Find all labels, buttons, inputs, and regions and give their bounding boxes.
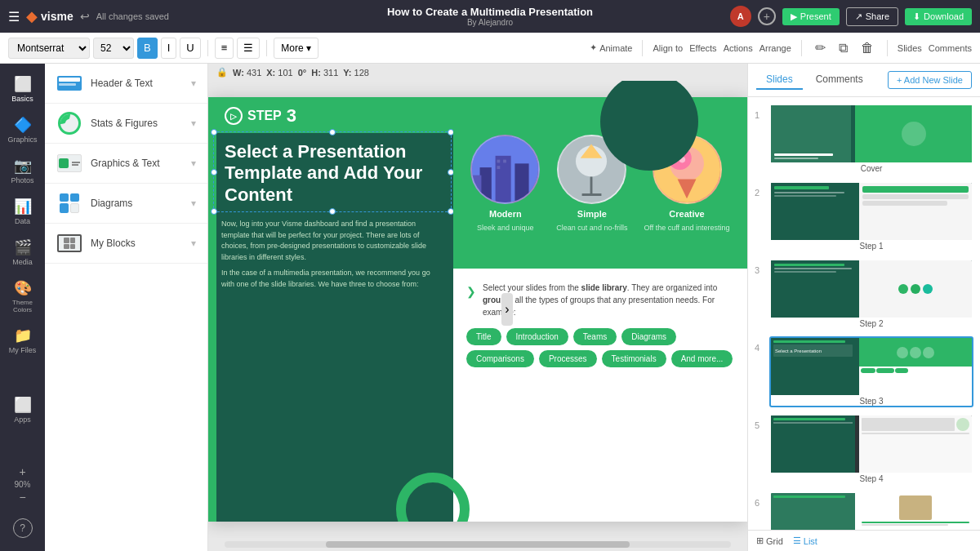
font-size-select[interactable]: 52 [93, 38, 134, 59]
user-avatar[interactable]: A [730, 6, 751, 27]
zoom-control: + 90% − [14, 460, 30, 509]
tag-title[interactable]: Title [466, 328, 501, 345]
tag-processes[interactable]: Processes [539, 350, 597, 367]
animate-icon: ✦ [590, 42, 597, 53]
present-button[interactable]: ▶ Present [782, 8, 840, 25]
template-simple-img [557, 135, 626, 204]
tag-teams[interactable]: Teams [573, 328, 617, 345]
zoom-value: 90% [14, 480, 30, 489]
sidebar-item-basics[interactable]: ⬜ Basics [4, 70, 42, 108]
slide-label-4: Step 3 [771, 397, 972, 406]
tag-comparisons[interactable]: Comparisons [466, 350, 534, 367]
comments-tab-button[interactable]: Comments [806, 70, 873, 90]
italic-button[interactable]: I [161, 38, 177, 59]
align-left-button[interactable]: ≡ [215, 38, 234, 59]
undo-button[interactable]: ↩ [80, 10, 90, 23]
diagrams-arrow: ▾ [191, 198, 196, 209]
slide-row-3: 3 Step 2 [755, 259, 973, 330]
modern-sublabel: Sleek and unique [477, 224, 534, 232]
slide-thumb-1[interactable]: Cover [769, 104, 973, 175]
bold-button[interactable]: B [137, 38, 158, 59]
tag-diagrams[interactable]: Diagrams [621, 328, 676, 345]
step-header: ▷ STEP 3 [208, 97, 453, 133]
slide-num-1: 1 [755, 110, 764, 120]
tag-testimonials[interactable]: Testimonials [602, 350, 666, 367]
copy-button[interactable]: ⧉ [835, 39, 851, 57]
slide-label-1: Cover [771, 164, 972, 173]
canvas-scrollbar-thumb[interactable] [326, 541, 630, 548]
sidebar-item-apps[interactable]: ⬜ Apps [4, 391, 42, 429]
sidebar-item-theme-colors[interactable]: 🎨 Theme Colors [4, 274, 42, 318]
slide-thumb-4[interactable]: Select a Presentation [769, 336, 973, 407]
panel-item-graphics-text[interactable]: Graphics & Text ▾ [45, 144, 207, 184]
actions-button[interactable]: Actions [724, 43, 753, 53]
sidebar-item-data[interactable]: 📊 Data [4, 193, 42, 230]
animate-button[interactable]: ✦ Animate [590, 42, 632, 53]
slide-num-2: 2 [755, 188, 764, 198]
list-view-button[interactable]: ☰ List [793, 535, 817, 546]
tag-and-more[interactable]: And more... [671, 350, 733, 367]
align-to-button[interactable]: Align to [653, 43, 683, 53]
apps-icon: ⬜ [14, 396, 32, 414]
separator2 [266, 40, 267, 56]
help-button[interactable]: ? [13, 518, 33, 538]
zoom-in-button[interactable]: + [19, 465, 25, 478]
simple-label: Simple [577, 209, 607, 219]
underline-button[interactable]: U [180, 38, 200, 59]
modern-label: Modern [489, 209, 522, 219]
handle-lm[interactable] [211, 169, 217, 176]
pen-tool-button[interactable]: ✏ [812, 38, 829, 57]
add-collaborator-button[interactable]: + [758, 7, 776, 25]
slide-thumb-3[interactable]: Step 2 [769, 259, 973, 330]
sidebar-item-graphics[interactable]: 🔷 Graphics [4, 111, 42, 149]
effects-button[interactable]: Effects [689, 43, 716, 53]
delete-button[interactable]: 🗑 [858, 39, 877, 57]
grid-view-button[interactable]: ⊞ Grid [756, 535, 783, 546]
template-modern-img [470, 135, 540, 204]
sidebar-item-photos[interactable]: 📷 Photos [4, 152, 42, 189]
tag-introduction[interactable]: Introduction [506, 328, 568, 345]
expand-handle[interactable]: › [501, 293, 513, 326]
step-circle: ▷ [225, 107, 243, 125]
download-button[interactable]: ⬇ Download [905, 8, 972, 25]
sidebar-item-my-files[interactable]: 📁 My Files [4, 322, 42, 359]
canvas-slide[interactable]: ▷ STEP 3 [208, 97, 747, 522]
svg-rect-7 [497, 166, 501, 169]
svg-rect-2 [496, 155, 511, 202]
basics-icon: ⬜ [14, 75, 32, 93]
svg-point-16 [679, 156, 685, 162]
diagrams-icon [56, 193, 82, 213]
panel-item-header-text[interactable]: Header & Text ▾ [45, 64, 207, 104]
panel-item-my-blocks[interactable]: My Blocks ▾ [45, 224, 207, 264]
header-text-icon [56, 73, 82, 93]
add-slide-button[interactable]: + Add New Slide [888, 71, 972, 89]
slide-thumb-5[interactable]: Step 4 [769, 414, 973, 485]
panel-item-diagrams[interactable]: Diagrams ▾ [45, 184, 207, 224]
panel-item-stats[interactable]: Stats & Figures ▾ [45, 104, 207, 144]
thumb-img-2 [771, 183, 972, 240]
header-text-arrow: ▾ [191, 78, 196, 89]
slide-thumb-6[interactable]: Step 5 [769, 491, 973, 530]
svg-rect-4 [472, 175, 481, 202]
slide-thumb-2[interactable]: Step 1 [769, 181, 973, 252]
thumb-img-1 [771, 105, 972, 162]
more-options-button[interactable]: More ▾ [274, 38, 318, 59]
thumb-img-3 [771, 260, 972, 318]
hamburger-menu[interactable]: ☰ [8, 9, 20, 24]
slide-desc-text: Now, log into your Visme dashboard and f… [208, 211, 453, 301]
creative-label: Creative [669, 209, 704, 219]
slides-tab-button[interactable]: Slides [756, 70, 803, 90]
font-family-select[interactable]: Montserrat [8, 38, 90, 59]
media-icon: 🎬 [14, 238, 32, 256]
arrange-button[interactable]: Arrange [760, 43, 791, 53]
sidebar-item-media[interactable]: 🎬 Media [4, 233, 42, 271]
canvas-scrollbar[interactable] [225, 541, 731, 548]
my-blocks-arrow: ▾ [191, 238, 196, 249]
list-button[interactable]: ☰ [237, 38, 260, 59]
left-sidebar: ⬜ Basics 🔷 Graphics 📷 Photos 📊 Data 🎬 Me… [0, 64, 45, 551]
share-button[interactable]: ↗ Share [846, 7, 898, 26]
zoom-out-button[interactable]: − [19, 491, 25, 504]
right-panel-header: Slides Comments + Add New Slide [748, 64, 980, 97]
template-creative-img [653, 135, 722, 204]
svg-rect-3 [515, 163, 529, 202]
